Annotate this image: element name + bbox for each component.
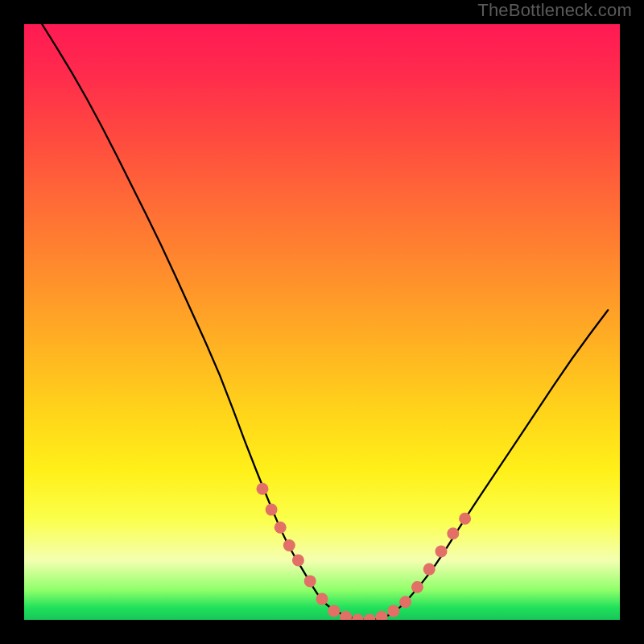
- marker-dot: [411, 581, 423, 593]
- watermark-text: TheBottleneck.com: [477, 0, 632, 21]
- chart-frame: TheBottleneck.com: [0, 0, 644, 644]
- marker-dot: [283, 539, 295, 551]
- marker-dots: [257, 483, 472, 620]
- marker-dot: [447, 527, 459, 539]
- bottleneck-curve: [42, 24, 608, 620]
- marker-dot: [423, 564, 436, 576]
- marker-dot: [266, 504, 278, 516]
- marker-dot: [275, 522, 287, 534]
- marker-dot: [257, 483, 269, 495]
- curve-svg: [24, 24, 620, 620]
- marker-dot: [304, 575, 316, 587]
- marker-dot: [292, 555, 304, 567]
- marker-dot: [387, 605, 399, 617]
- marker-dot: [328, 605, 340, 617]
- marker-dot: [436, 545, 448, 557]
- marker-dot: [399, 596, 411, 608]
- marker-dot: [340, 611, 352, 620]
- marker-dot: [459, 513, 471, 525]
- marker-dot: [364, 614, 376, 621]
- plot-area: [24, 24, 620, 620]
- marker-dot: [316, 593, 328, 605]
- marker-dot: [376, 611, 388, 620]
- marker-dot: [352, 614, 364, 621]
